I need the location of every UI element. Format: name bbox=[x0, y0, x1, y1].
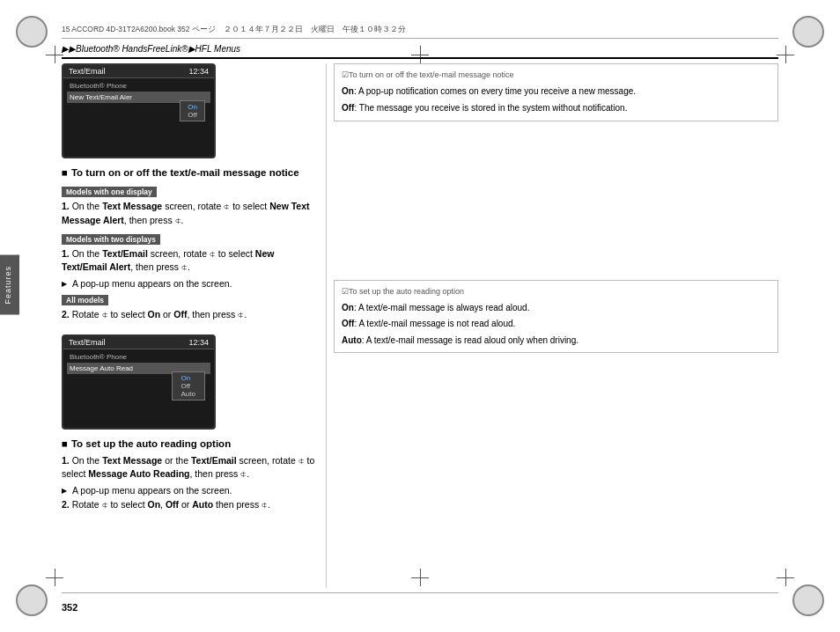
screen2-header: Text/Email 12:34 bbox=[63, 336, 214, 349]
screen2-item1: Bluetooth® Phone bbox=[67, 351, 210, 363]
screen2-time: 12:34 bbox=[188, 338, 209, 347]
section1-square-icon: ■ bbox=[62, 167, 68, 178]
screen1-time: 12:34 bbox=[188, 67, 209, 76]
left-column: Text/Email 12:34 Bluetooth® Phone New Te… bbox=[62, 63, 326, 588]
info1-off: Off: The message you receive is stored i… bbox=[342, 101, 770, 115]
crosshair-bl bbox=[46, 569, 63, 586]
bottom-line bbox=[62, 592, 778, 593]
file-bar-text: 15 ACCORD 4D-31T2A6200.book 352 ページ ２０１４… bbox=[62, 25, 406, 33]
info-box-2: ☑To set up the auto reading option On: A… bbox=[334, 280, 778, 353]
screen-mockup-1: Text/Email 12:34 Bluetooth® Phone New Te… bbox=[62, 63, 216, 158]
screen1-title: Text/Email bbox=[69, 67, 106, 76]
corner-decoration-tl bbox=[16, 16, 48, 48]
breadcrumb: ▶▶Bluetooth® HandsFreeLink®▶HFL Menus bbox=[62, 44, 240, 54]
screen1-header: Text/Email 12:34 bbox=[63, 65, 214, 78]
corner-decoration-tr bbox=[792, 16, 824, 48]
page-header: ▶▶Bluetooth® HandsFreeLink®▶HFL Menus bbox=[62, 44, 778, 59]
file-bar: 15 ACCORD 4D-31T2A6200.book 352 ページ ２０１４… bbox=[62, 25, 778, 39]
info2-off: Off: A text/e-mail message is not read a… bbox=[342, 317, 770, 331]
badge-all-models: All models bbox=[62, 295, 108, 305]
badge-models-one-display: Models with one display bbox=[62, 187, 157, 197]
section1-title: ■To turn on or off the text/e-mail messa… bbox=[62, 167, 315, 178]
section2-arrow-item: A pop-up menu appears on the screen. bbox=[62, 484, 315, 498]
section2-title: ■To set up the auto reading option bbox=[62, 438, 315, 449]
right-column: ☑To turn on or off the text/e-mail messa… bbox=[326, 63, 778, 588]
side-tab: Features bbox=[0, 255, 19, 315]
main-content: Text/Email 12:34 Bluetooth® Phone New Te… bbox=[62, 63, 778, 588]
screen2-body: Bluetooth® Phone Message Auto Read On Of… bbox=[63, 349, 214, 376]
crosshair-br bbox=[777, 569, 794, 586]
info2-on: On: A text/e-mail message is always read… bbox=[342, 301, 770, 315]
section2-step1: 1. On the Text Message or the Text/Email… bbox=[62, 454, 315, 482]
crosshair-tr bbox=[777, 46, 794, 63]
screen2-title: Text/Email bbox=[69, 338, 106, 347]
info1-title: ☑To turn on or off the text/e-mail messa… bbox=[342, 70, 770, 82]
section1-step2a: 1. On the Text/Email screen, rotate ⍧ to… bbox=[62, 247, 315, 276]
info2-auto: Auto: A text/e-mail message is read alou… bbox=[342, 334, 770, 348]
screen1-item1: Bluetooth® Phone bbox=[67, 80, 210, 92]
screen1-body: Bluetooth® Phone New Text/Email Aler On … bbox=[63, 78, 214, 105]
corner-decoration-br bbox=[792, 584, 824, 616]
section1-step3: 2. Rotate ⍧ to select On or Off, then pr… bbox=[62, 308, 315, 322]
badge-models-two-displays: Models with two displays bbox=[62, 234, 160, 245]
section2-step2: 2. Rotate ⍧ to select On, Off or Auto th… bbox=[62, 498, 315, 512]
corner-decoration-bl bbox=[16, 584, 48, 616]
section1-step1: 1. On the Text Message screen, rotate ⍧ … bbox=[62, 200, 315, 228]
section1-arrow-item: A pop-up menu appears on the screen. bbox=[62, 277, 315, 291]
screen-mockup-2: Text/Email 12:34 Bluetooth® Phone Messag… bbox=[62, 334, 216, 430]
info1-on: On: A pop-up notification comes on every… bbox=[342, 85, 770, 99]
info2-title: ☑To set up the auto reading option bbox=[342, 286, 770, 298]
info-box-1: ☑To turn on or off the text/e-mail messa… bbox=[334, 63, 778, 121]
page-number: 352 bbox=[62, 602, 77, 613]
crosshair-tl bbox=[46, 46, 63, 63]
section2-square-icon: ■ bbox=[62, 438, 68, 449]
